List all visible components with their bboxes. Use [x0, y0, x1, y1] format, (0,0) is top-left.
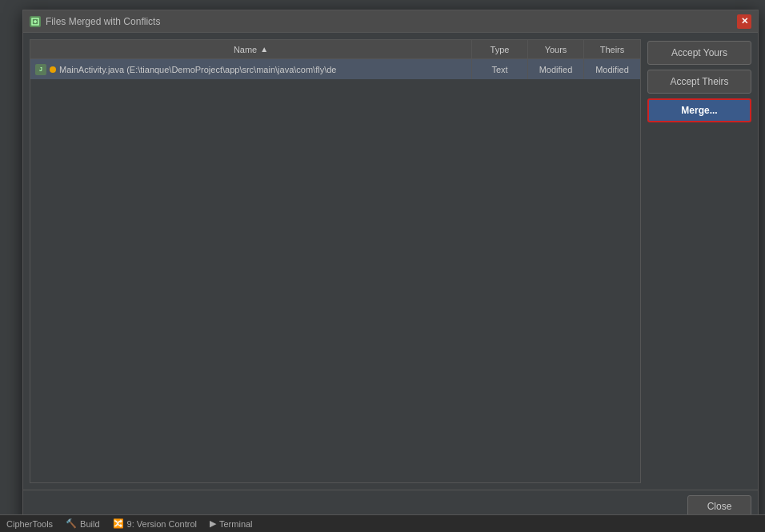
- dialog-files-merged: Files Merged with Conflicts ✕ Name ▲ Typ…: [22, 10, 759, 523]
- build-icon: 🔨: [66, 518, 77, 529]
- merge-button[interactable]: Merge...: [647, 98, 751, 122]
- table-row[interactable]: J MainActivity.java (E:\tianque\DemoProj…: [30, 59, 640, 80]
- col-header-theirs: Theirs: [584, 40, 640, 58]
- buttons-section: Accept Yours Accept Theirs Merge...: [647, 39, 751, 483]
- status-bar: CipherTools 🔨 Build 🔀 9: Version Control…: [0, 514, 765, 532]
- col-header-name: Name ▲: [30, 40, 472, 58]
- dialog-body: Name ▲ Type Yours Theirs J MainActivity.…: [23, 33, 758, 490]
- terminal-icon: ▶: [210, 518, 216, 529]
- title-close-button[interactable]: ✕: [737, 14, 751, 29]
- status-item-build[interactable]: 🔨 Build: [66, 518, 99, 529]
- status-item-ciphertools: CipherTools: [6, 519, 53, 529]
- col-header-type: Type: [472, 40, 528, 58]
- dialog-title: Files Merged with Conflicts: [46, 16, 160, 27]
- row-theirs: Modified: [584, 59, 640, 79]
- version-control-icon: 🔀: [113, 518, 124, 529]
- status-item-version-control[interactable]: 🔀 9: Version Control: [113, 518, 197, 529]
- col-header-yours: Yours: [528, 40, 584, 58]
- table-header: Name ▲ Type Yours Theirs: [30, 40, 640, 59]
- accept-theirs-button[interactable]: Accept Theirs: [647, 70, 751, 94]
- title-bar: Files Merged with Conflicts ✕: [23, 10, 758, 33]
- table-section: Name ▲ Type Yours Theirs J MainActivity.…: [30, 39, 641, 483]
- status-item-terminal[interactable]: ▶ Terminal: [210, 518, 253, 529]
- sort-arrow-icon: ▲: [260, 45, 268, 54]
- row-file-name: J MainActivity.java (E:\tianque\DemoProj…: [30, 59, 472, 79]
- table-body: J MainActivity.java (E:\tianque\DemoProj…: [30, 59, 640, 482]
- dialog-icon: [30, 16, 41, 27]
- row-type: Text: [472, 59, 528, 79]
- table-container: Name ▲ Type Yours Theirs J MainActivity.…: [30, 39, 641, 483]
- java-file-icon: J: [35, 64, 46, 75]
- title-bar-left: Files Merged with Conflicts: [30, 16, 160, 27]
- row-yours: Modified: [528, 59, 584, 79]
- conflict-badge-icon: [50, 66, 56, 73]
- accept-yours-button[interactable]: Accept Yours: [647, 41, 751, 65]
